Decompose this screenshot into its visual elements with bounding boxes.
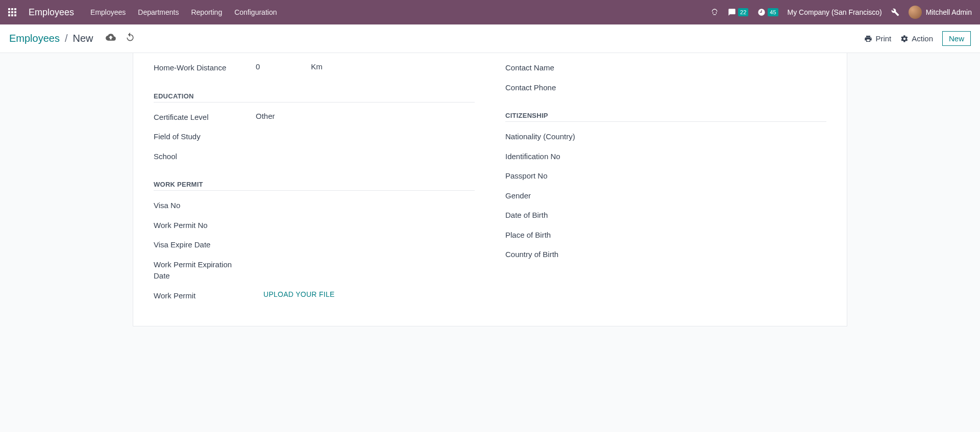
contact-phone-label: Contact Phone <box>505 82 618 94</box>
place-of-birth-label: Place of Birth <box>505 230 618 241</box>
field-work-permit-no[interactable]: Work Permit No <box>154 216 475 236</box>
certificate-level-label: Certificate Level <box>154 112 256 123</box>
breadcrumb-root[interactable]: Employees <box>9 33 60 44</box>
field-of-study-label: Field of Study <box>154 131 256 143</box>
contact-name-label: Contact Name <box>505 62 618 74</box>
user-name: Mitchell Admin <box>926 8 972 16</box>
action-button[interactable]: Action <box>900 34 933 43</box>
field-gender[interactable]: Gender <box>505 186 826 206</box>
user-menu[interactable]: Mitchell Admin <box>909 6 972 19</box>
company-switcher[interactable]: My Company (San Francisco) <box>788 8 882 16</box>
menu-departments[interactable]: Departments <box>138 8 179 16</box>
breadcrumb: Employees / New <box>9 32 135 45</box>
gender-label: Gender <box>505 190 618 202</box>
work-permit-no-label: Work Permit No <box>154 220 256 232</box>
section-work-permit: Work Permit <box>154 181 475 191</box>
nationality-label: Nationality (Country) <box>505 131 618 143</box>
menu-configuration[interactable]: Configuration <box>234 8 277 16</box>
breadcrumb-separator: / <box>65 33 68 44</box>
form-sheet: Home-Work Distance 0 Km Education Certif… <box>133 53 847 326</box>
visa-no-label: Visa No <box>154 200 256 212</box>
field-passport-no[interactable]: Passport No <box>505 166 826 186</box>
home-work-distance-label: Home-Work Distance <box>154 62 256 74</box>
user-avatar <box>909 6 922 19</box>
field-date-of-birth[interactable]: Date of Birth <box>505 206 826 225</box>
save-icon[interactable] <box>106 32 116 45</box>
date-of-birth-label: Date of Birth <box>505 210 618 221</box>
work-permit-label: Work Permit <box>154 290 256 302</box>
field-contact-name[interactable]: Contact Name <box>505 58 826 78</box>
menu-employees[interactable]: Employees <box>90 8 126 16</box>
tour-icon[interactable] <box>710 8 719 16</box>
home-work-distance-unit: Km <box>311 62 323 71</box>
form-right-column: Contact Name Contact Phone Citizenship N… <box>505 58 826 306</box>
form-left-column: Home-Work Distance 0 Km Education Certif… <box>154 58 475 306</box>
control-bar: Employees / New Print Action New <box>0 24 980 53</box>
field-school[interactable]: School <box>154 147 475 167</box>
print-button[interactable]: Print <box>864 34 891 43</box>
new-button[interactable]: New <box>942 31 971 46</box>
upload-file-button[interactable]: Upload your file <box>263 290 335 298</box>
app-title[interactable]: Employees <box>29 7 74 18</box>
activities-icon[interactable]: 45 <box>757 8 778 16</box>
field-nationality[interactable]: Nationality (Country) <box>505 127 826 147</box>
section-citizenship: Citizenship <box>505 112 826 122</box>
field-home-work-distance[interactable]: Home-Work Distance 0 Km <box>154 58 475 78</box>
debug-icon[interactable] <box>891 8 899 16</box>
section-education: Education <box>154 92 475 103</box>
activities-badge: 45 <box>768 8 778 16</box>
certificate-level-value: Other <box>256 112 275 120</box>
field-work-permit-file[interactable]: Work Permit Upload your file <box>154 286 475 306</box>
field-visa-no[interactable]: Visa No <box>154 196 475 216</box>
breadcrumb-current: New <box>73 33 93 44</box>
work-permit-expiration-date-label: Work Permit Expiration Date <box>154 259 246 282</box>
field-contact-phone[interactable]: Contact Phone <box>505 78 826 98</box>
field-country-of-birth[interactable]: Country of Birth <box>505 245 826 265</box>
field-visa-expire-date[interactable]: Visa Expire Date <box>154 235 475 255</box>
passport-no-label: Passport No <box>505 170 618 182</box>
identification-no-label: Identification No <box>505 151 618 163</box>
school-label: School <box>154 151 256 163</box>
field-identification-no[interactable]: Identification No <box>505 147 826 167</box>
menu-reporting[interactable]: Reporting <box>191 8 222 16</box>
field-place-of-birth[interactable]: Place of Birth <box>505 225 826 245</box>
main-navbar: Employees Employees Departments Reportin… <box>0 0 980 24</box>
home-work-distance-value: 0 <box>256 62 260 71</box>
field-field-of-study[interactable]: Field of Study <box>154 127 475 147</box>
messages-badge: 22 <box>738 8 748 16</box>
form-scroll-area[interactable]: Home-Work Distance 0 Km Education Certif… <box>0 53 980 432</box>
field-certificate-level[interactable]: Certificate Level Other <box>154 108 475 128</box>
country-of-birth-label: Country of Birth <box>505 249 618 261</box>
visa-expire-date-label: Visa Expire Date <box>154 239 256 251</box>
apps-icon[interactable] <box>8 8 16 16</box>
discard-icon[interactable] <box>125 32 135 45</box>
field-work-permit-expiration-date[interactable]: Work Permit Expiration Date <box>154 255 475 286</box>
messages-icon[interactable]: 22 <box>728 8 748 16</box>
